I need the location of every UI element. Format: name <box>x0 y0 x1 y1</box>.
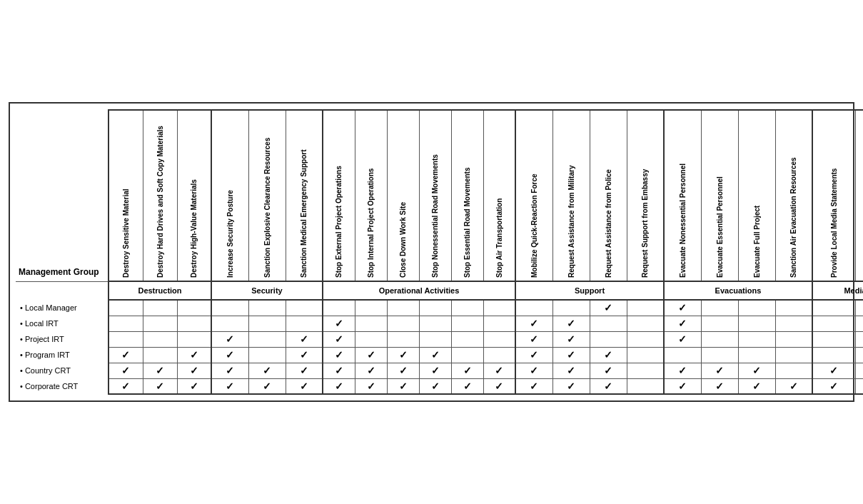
cell-2-d3 <box>177 331 211 347</box>
cell-2-e1: ✓ <box>664 331 701 347</box>
cell-1-m2 <box>855 316 863 331</box>
cell-1-o3 <box>387 316 419 331</box>
cell-2-su3 <box>590 331 627 347</box>
col-header-e3: Evacuate Full Project <box>738 110 775 281</box>
cell-4-d2: ✓ <box>143 363 177 378</box>
cell-3-o1: ✓ <box>323 347 355 363</box>
cell-5-o2: ✓ <box>355 378 387 394</box>
col-header-o2: Stop Internal Project Operations <box>355 110 387 281</box>
col-header-text-d3: Destroy High-Value Materials <box>190 115 198 279</box>
col-header-o3: Close Down Work Site <box>387 110 419 281</box>
col-header-text-o1: Stop External Project Operations <box>335 115 343 279</box>
table-row: • Local Manager✓✓✓ <box>16 300 863 316</box>
cell-1-e1: ✓ <box>664 316 701 331</box>
cell-5-s1: ✓ <box>211 378 248 394</box>
col-header-su1: Mobilize Quick-Reaction Force <box>515 110 552 281</box>
cell-5-m2: ✓ <box>855 378 863 394</box>
cell-0-o5 <box>451 300 483 316</box>
col-header-text-d2: Destroy Hard Drives and Soft Copy Materi… <box>156 115 164 279</box>
cell-4-su2: ✓ <box>552 363 590 378</box>
cell-5-o1: ✓ <box>323 378 355 394</box>
cell-5-m1: ✓ <box>812 378 855 394</box>
col-header-text-o3: Close Down Work Site <box>399 115 407 279</box>
cell-4-e3: ✓ <box>738 363 775 378</box>
cell-1-s3 <box>286 316 323 331</box>
cell-5-d1: ✓ <box>108 378 143 394</box>
cell-3-o6 <box>483 347 515 363</box>
cell-0-o6 <box>483 300 515 316</box>
cell-0-o1 <box>323 300 355 316</box>
cell-3-d1: ✓ <box>108 347 143 363</box>
category-label-support: Support <box>515 281 664 300</box>
row-label-4: • Country CRT <box>16 363 108 378</box>
cell-2-o4 <box>419 331 451 347</box>
cell-5-e2: ✓ <box>701 378 738 394</box>
col-header-text-su4: Request Support from Embassy <box>641 115 649 279</box>
cell-4-e4 <box>775 363 812 378</box>
cell-0-s1 <box>211 300 248 316</box>
cell-4-s3: ✓ <box>286 363 323 378</box>
col-header-s1: Increase Security Posture <box>211 110 248 281</box>
col-header-text-s3: Sanction Medical Emergency Support <box>300 115 308 279</box>
cell-0-s3 <box>286 300 323 316</box>
cell-0-e4 <box>775 300 812 316</box>
cell-5-e4: ✓ <box>775 378 812 394</box>
cell-5-su3: ✓ <box>590 378 627 394</box>
cell-4-o1: ✓ <box>323 363 355 378</box>
row-label-3: • Program IRT <box>16 347 108 363</box>
cell-0-su1 <box>515 300 552 316</box>
cell-1-d2 <box>143 316 177 331</box>
cell-0-s2 <box>248 300 286 316</box>
table-row: • Program IRT✓✓✓✓✓✓✓✓✓✓✓✓✓✓ <box>16 347 863 363</box>
cell-0-e2 <box>701 300 738 316</box>
table-row: • Corporate CRT✓✓✓✓✓✓✓✓✓✓✓✓✓✓✓✓✓✓✓✓✓✓✓✓ <box>16 378 863 394</box>
category-label-security: Security <box>211 281 323 300</box>
cell-0-m1 <box>812 300 855 316</box>
cell-1-e3 <box>738 316 775 331</box>
cell-2-e4 <box>775 331 812 347</box>
col-header-e1: Evacuate Nonessential Personnel <box>664 110 701 281</box>
cell-3-su2: ✓ <box>552 347 590 363</box>
cell-3-e1 <box>664 347 701 363</box>
cell-3-su3: ✓ <box>590 347 627 363</box>
cell-3-su1: ✓ <box>515 347 552 363</box>
row-label-1: • Local IRT <box>16 316 108 331</box>
cell-1-o6 <box>483 316 515 331</box>
cell-3-d3: ✓ <box>177 347 211 363</box>
cell-2-o2 <box>355 331 387 347</box>
col-header-o5: Stop Essential Road Movements <box>451 110 483 281</box>
cell-3-o4: ✓ <box>419 347 451 363</box>
cell-5-o3: ✓ <box>387 378 419 394</box>
cell-4-s2: ✓ <box>248 363 286 378</box>
management-group-header: Management Group <box>16 110 108 281</box>
cell-2-m2 <box>855 331 863 347</box>
cell-1-o2 <box>355 316 387 331</box>
cell-5-d2: ✓ <box>143 378 177 394</box>
category-label-evacuations: Evacuations <box>664 281 812 300</box>
cell-1-o1: ✓ <box>323 316 355 331</box>
col-header-text-su1: Mobilize Quick-Reaction Force <box>530 115 538 279</box>
col-header-text-o5: Stop Essential Road Movements <box>463 115 471 279</box>
category-label-media: Media <box>812 281 863 300</box>
table-row: • Local IRT✓✓✓✓✓✓✓✓ <box>16 316 863 331</box>
cell-3-o2: ✓ <box>355 347 387 363</box>
cell-3-e4 <box>775 347 812 363</box>
cell-2-s2 <box>248 331 286 347</box>
cell-5-su4 <box>627 378 664 394</box>
cell-5-su1: ✓ <box>515 378 552 394</box>
cell-4-o4: ✓ <box>419 363 451 378</box>
cell-5-s3: ✓ <box>286 378 323 394</box>
cell-2-o6 <box>483 331 515 347</box>
cell-4-su4 <box>627 363 664 378</box>
cell-1-su3 <box>590 316 627 331</box>
cell-5-e3: ✓ <box>738 378 775 394</box>
cell-3-s1: ✓ <box>211 347 248 363</box>
cell-0-e3 <box>738 300 775 316</box>
col-header-text-e2: Evacuate Essential Personnel <box>716 115 724 279</box>
cell-1-s1 <box>211 316 248 331</box>
cell-3-e2 <box>701 347 738 363</box>
cell-3-d2 <box>143 347 177 363</box>
col-header-text-o2: Stop Internal Project Operations <box>367 115 375 279</box>
cell-1-d3 <box>177 316 211 331</box>
col-header-s3: Sanction Medical Emergency Support <box>286 110 323 281</box>
